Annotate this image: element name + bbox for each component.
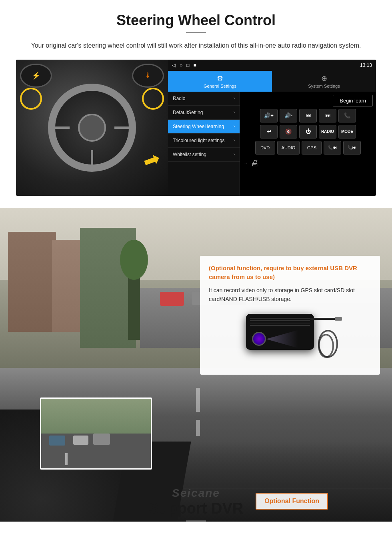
control-row-2: ↩ 🔇 ⏻ RADIO MODE: [243, 125, 373, 139]
whitelist-setting-label: →: [243, 161, 248, 165]
status-bar-left: ◁ ○ □ ■: [172, 62, 196, 68]
grille-4: [250, 325, 310, 326]
home-icon: ○: [180, 62, 182, 68]
status-bar-time: 13:13: [360, 62, 372, 68]
camera-body: [246, 314, 314, 350]
chevron-icon-5: ›: [234, 152, 235, 157]
menu-item-steering-wheel[interactable]: Steering Wheel learning ›: [168, 120, 240, 134]
small-car-1: [49, 436, 65, 446]
tab-system-label: System Settings: [308, 84, 340, 88]
steering-description: Your original car's steering wheel contr…: [16, 40, 376, 51]
wheel-spoke-left: [50, 126, 70, 129]
dvr-title: Support DVR: [0, 500, 392, 517]
android-ui-panel: ◁ ○ □ ■ 13:13 ⚙ General Settings ⊕ Syste…: [168, 60, 376, 196]
hangup-button[interactable]: ↩: [260, 125, 278, 139]
power-button[interactable]: ⏻: [299, 125, 317, 139]
small-road-line: [65, 453, 68, 465]
controls-area: Begin learn 🔊+ 🔊- ⏮ ⏭ 📞 ↩ 🔇 ⏻: [240, 92, 376, 196]
dvr-optional-text: (Optional function, require to buy exter…: [209, 264, 371, 282]
steering-wheel-visual: ⚡ 🌡 ➡: [16, 60, 168, 196]
chevron-icon: ›: [234, 96, 235, 100]
menu-whitelist-label: Whitelist setting: [173, 152, 206, 157]
begin-learn-button[interactable]: Begin learn: [333, 95, 373, 106]
lens-beam: [266, 330, 298, 348]
phone-button[interactable]: 📞: [338, 109, 356, 122]
tab-general-label: General Settings: [204, 84, 236, 88]
dvr-description: It can record video only to storage in G…: [209, 286, 371, 304]
menu-list: Radio › DefaultSetting › Steering Wheel …: [168, 92, 240, 196]
dvr-camera-small-view: [40, 397, 152, 470]
dvr-content-box: (Optional function, require to buy exter…: [200, 256, 380, 375]
highlight-circle-right: [142, 88, 164, 110]
settings-gear-icon: ⚙: [217, 74, 223, 83]
usb-connector: [335, 317, 342, 321]
dvr-camera-illustration: [238, 310, 342, 366]
phone-next-button[interactable]: 📞⏭: [343, 141, 361, 155]
android-status-bar: ◁ ○ □ ■ 13:13: [168, 60, 376, 71]
steering-title: Steering Wheel Control: [16, 12, 376, 29]
steering-wheel-image: ⚡ 🌡 ➡: [16, 60, 168, 196]
radio-mode-button[interactable]: RADIO: [319, 125, 336, 139]
menu-item-radio[interactable]: Radio ›: [168, 92, 240, 106]
menu-item-whitelist[interactable]: Whitelist setting ›: [168, 148, 240, 162]
menu-item-default-setting[interactable]: DefaultSetting ›: [168, 106, 240, 120]
highlight-circle-left: [20, 88, 42, 110]
building-1: [8, 232, 56, 332]
android-tabs: ⚙ General Settings ⊕ System Settings: [168, 71, 376, 92]
audio-button[interactable]: AUDIO: [277, 141, 300, 155]
road-marking-1: [196, 388, 200, 412]
menu-default-label: DefaultSetting: [173, 110, 203, 115]
mute-button[interactable]: 🔇: [280, 125, 297, 139]
menu-tricoloured-label: Tricoloured light settings: [173, 138, 225, 143]
dvr-divider: [186, 520, 206, 522]
recent-icon: □: [186, 62, 189, 68]
ui-screenshot: ⚡ 🌡 ➡ ◁: [16, 60, 376, 196]
begin-learn-row: Begin learn: [243, 95, 373, 106]
road-marking-2: [196, 420, 200, 436]
grille-2: [250, 320, 310, 321]
phone-prev-button[interactable]: 📞⏮: [324, 141, 341, 155]
vol-down-button[interactable]: 🔊-: [280, 109, 297, 122]
back-icon: ◁: [172, 62, 176, 68]
grille-3: [250, 323, 310, 323]
wheel-outer: [48, 84, 136, 172]
small-car-2: [73, 436, 88, 445]
whitelist-icon: 🖨: [251, 159, 259, 168]
building-2: [52, 240, 84, 332]
chevron-icon-3: ›: [234, 124, 235, 128]
prev-track-button[interactable]: ⏮: [299, 109, 317, 122]
system-icon: ⊕: [321, 74, 327, 83]
menu-item-tricoloured[interactable]: Tricoloured light settings ›: [168, 134, 240, 148]
mode-button[interactable]: MODE: [338, 125, 356, 139]
wire-coil-2: [318, 334, 334, 358]
optional-function-badge: Optional Function: [256, 493, 328, 510]
wheel-spoke-right: [114, 126, 134, 129]
menu-radio-label: Radio: [173, 96, 185, 101]
menu-steering-label: Steering Wheel learning: [173, 124, 224, 129]
camera-lens: [252, 332, 266, 346]
tab-system-settings[interactable]: ⊕ System Settings: [272, 71, 376, 92]
steering-section: Steering Wheel Control Your original car…: [0, 0, 392, 196]
small-car-3: [93, 434, 110, 445]
direction-arrow: ➡: [140, 146, 163, 174]
control-row-3: DVD AUDIO GPS 📞⏮ 📞⏭: [243, 141, 373, 155]
menu-area: Radio › DefaultSetting › Steering Wheel …: [168, 92, 376, 196]
vol-up-button[interactable]: 🔊+: [260, 109, 278, 122]
chevron-icon-4: ›: [234, 138, 235, 143]
wheel-center: [78, 114, 106, 142]
dvr-section: Support DVR (Optional function, require …: [0, 208, 392, 522]
car-1: [160, 292, 184, 306]
wheel-spoke-bottom: [91, 150, 93, 170]
small-view-road: [41, 434, 151, 468]
control-row-1: 🔊+ 🔊- ⏮ ⏭ 📞: [243, 109, 373, 122]
chevron-icon-2: ›: [234, 110, 235, 114]
next-track-button[interactable]: ⏭: [319, 109, 336, 122]
grille-1: [250, 318, 310, 319]
title-divider: [186, 32, 206, 33]
seicane-watermark: Seicane: [172, 487, 220, 500]
menu-icon: ■: [194, 62, 196, 68]
dvd-button[interactable]: DVD: [255, 141, 275, 155]
tree-top: [120, 240, 148, 280]
tab-general-settings[interactable]: ⚙ General Settings: [168, 71, 272, 92]
gps-button[interactable]: GPS: [302, 141, 322, 155]
